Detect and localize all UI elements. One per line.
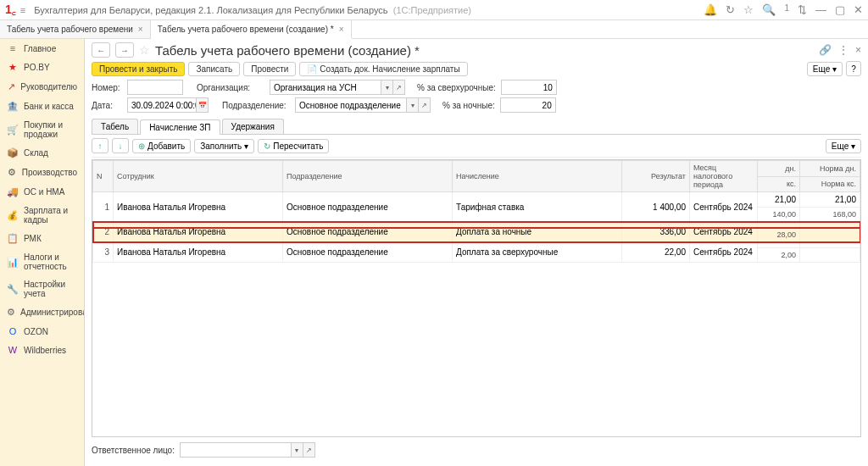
- sidebar-item-4[interactable]: 🛒Покупки и продажи: [0, 116, 84, 143]
- sub-tab-accrual[interactable]: Начисление ЗП: [140, 119, 220, 135]
- sidebar-icon: ↗: [7, 81, 15, 92]
- col-kc[interactable]: кс.: [758, 176, 800, 192]
- sidebar-icon: ⚙: [7, 307, 15, 318]
- page-title: Табель учета рабочего времени (создание)…: [155, 43, 420, 58]
- sidebar-label: Покупки и продажи: [24, 120, 77, 139]
- table-row[interactable]: 2Иванова Наталья ИгоревнаОсновное подраз…: [93, 222, 860, 228]
- open-icon[interactable]: ↗: [303, 443, 314, 457]
- minimize-icon[interactable]: —: [815, 3, 826, 16]
- sidebar-label: Руководителю: [20, 82, 77, 92]
- table-row[interactable]: 3Иванова Наталья ИгоревнаОсновное подраз…: [93, 242, 860, 248]
- dropdown-icon[interactable]: ▾: [381, 80, 392, 94]
- number-label: Номер:: [92, 83, 122, 92]
- sidebar-label: Налоги и отчетность: [24, 252, 77, 271]
- close-tab-icon[interactable]: ×: [339, 25, 344, 34]
- sub-tab-tabel[interactable]: Табель: [92, 119, 138, 134]
- fill-button[interactable]: Заполнить ▾: [194, 139, 254, 153]
- move-down-button[interactable]: ↓: [112, 138, 129, 153]
- overtime-label: % за сверхурочные:: [417, 83, 496, 92]
- sidebar-label: РМК: [24, 234, 42, 243]
- sidebar-icon: W: [7, 345, 19, 355]
- menu-dots-icon[interactable]: ⋮: [838, 44, 849, 56]
- sidebar-item-7[interactable]: 🚚ОС и НМА: [0, 182, 84, 202]
- sidebar-item-1[interactable]: ★PO.BY: [0, 58, 84, 77]
- sidebar-label: Банк и касса: [24, 102, 74, 111]
- col-emp[interactable]: Сотрудник: [114, 161, 283, 192]
- sidebar-item-2[interactable]: ↗Руководителю: [0, 77, 84, 97]
- org-label: Организация:: [197, 83, 264, 92]
- search-icon[interactable]: 🔍: [762, 3, 776, 16]
- table-row[interactable]: 1Иванова Наталья ИгоревнаОсновное подраз…: [93, 192, 860, 208]
- app-title: Бухгалтерия для Беларуси, редакция 2.1. …: [34, 5, 704, 15]
- responsible-label: Ответственное лицо:: [92, 446, 175, 455]
- nav-forward-button[interactable]: →: [115, 42, 134, 58]
- col-result[interactable]: Результат: [622, 161, 690, 192]
- close-form-icon[interactable]: ×: [855, 44, 861, 56]
- dropdown-icon[interactable]: ▾: [291, 443, 303, 457]
- main-menu-icon[interactable]: ≡: [20, 5, 25, 15]
- sidebar-item-8[interactable]: 💰Зарплата и кадры: [0, 202, 84, 229]
- col-n[interactable]: N: [93, 161, 114, 192]
- help-button[interactable]: ?: [846, 61, 861, 76]
- nav-back-button[interactable]: ←: [92, 42, 110, 58]
- sub-tab-deductions[interactable]: Удержания: [222, 119, 284, 134]
- calendar-icon[interactable]: 📅: [196, 98, 208, 112]
- overtime-input[interactable]: [501, 80, 557, 95]
- sidebar-item-13[interactable]: OOZON: [0, 322, 84, 341]
- doc-tab-0[interactable]: Табель учета рабочего времени ×: [0, 20, 151, 38]
- close-tab-icon[interactable]: ×: [138, 25, 143, 34]
- move-up-button[interactable]: ↑: [92, 138, 108, 153]
- recalc-button[interactable]: ↻Пересчитать: [258, 139, 329, 153]
- open-icon[interactable]: ↗: [392, 80, 404, 94]
- sidebar-item-14[interactable]: WWildberries: [0, 341, 84, 359]
- sidebar-item-0[interactable]: ≡Главное: [0, 39, 84, 58]
- col-accr[interactable]: Начисление: [453, 161, 622, 192]
- sidebar-icon: 🚚: [7, 186, 19, 197]
- star-icon[interactable]: ☆: [743, 3, 754, 16]
- sidebar-icon: 🏦: [7, 101, 19, 112]
- sidebar-label: PO.BY: [24, 63, 50, 72]
- post-button[interactable]: Провести: [243, 62, 296, 76]
- sidebar-label: Производство: [22, 168, 77, 177]
- link-icon[interactable]: 🔗: [819, 44, 832, 56]
- doc-tab-1[interactable]: Табель учета рабочего времени (создание)…: [151, 20, 352, 39]
- col-dept[interactable]: Подразделение: [283, 161, 453, 192]
- number-input[interactable]: [127, 80, 183, 95]
- one-icon[interactable]: 1: [784, 3, 789, 16]
- sidebar-item-3[interactable]: 🏦Банк и касса: [0, 97, 84, 116]
- open-icon[interactable]: ↗: [418, 98, 430, 112]
- maximize-icon[interactable]: ▢: [835, 3, 845, 16]
- doc-tab-label: Табель учета рабочего времени: [7, 25, 133, 34]
- night-input[interactable]: [500, 97, 556, 113]
- inner-more-button[interactable]: Еще ▾: [826, 139, 861, 153]
- doc-tab-label: Табель учета рабочего времени (создание)…: [158, 25, 334, 34]
- add-row-button[interactable]: ⊕Добавить: [132, 139, 191, 153]
- titlebar: 1꜀ ≡ Бухгалтерия для Беларуси, редакция …: [0, 0, 868, 20]
- save-button[interactable]: Записать: [188, 62, 240, 76]
- sidebar-label: Склад: [24, 148, 48, 158]
- create-doc-button[interactable]: 📄 Создать док. Начисление зарплаты: [299, 62, 467, 76]
- history-icon[interactable]: ↻: [726, 3, 735, 16]
- col-normkc[interactable]: Норма кс.: [799, 176, 860, 192]
- close-icon[interactable]: ✕: [854, 3, 863, 16]
- sidebar-label: Зарплата и кадры: [24, 206, 77, 225]
- options-icon[interactable]: ⇅: [798, 3, 807, 16]
- sidebar-label: Wildberries: [24, 346, 66, 355]
- col-normdn[interactable]: Норма дн.: [799, 161, 860, 177]
- col-dn[interactable]: дн.: [758, 161, 800, 177]
- post-and-close-button[interactable]: Провести и закрыть: [92, 62, 185, 76]
- more-button[interactable]: Еще ▾: [807, 62, 843, 76]
- sidebar-icon: 📦: [7, 147, 19, 158]
- col-period[interactable]: Месяц налогового периода: [690, 161, 758, 192]
- bell-icon[interactable]: 🔔: [704, 3, 717, 16]
- sidebar-item-9[interactable]: 📋РМК: [0, 229, 84, 248]
- sidebar-item-5[interactable]: 📦Склад: [0, 143, 84, 163]
- sidebar-item-12[interactable]: ⚙Администрирование: [0, 302, 84, 322]
- dropdown-icon[interactable]: ▾: [406, 98, 418, 112]
- sidebar-item-6[interactable]: ⚙Производство: [0, 163, 84, 182]
- sidebar-item-10[interactable]: 📊Налоги и отчетность: [0, 248, 84, 275]
- date-label: Дата:: [92, 101, 122, 110]
- favorite-icon[interactable]: ☆: [139, 43, 150, 57]
- sidebar-item-11[interactable]: 🔧Настройки учета: [0, 275, 84, 302]
- grid[interactable]: N Сотрудник Подразделение Начисление Рез…: [92, 159, 861, 437]
